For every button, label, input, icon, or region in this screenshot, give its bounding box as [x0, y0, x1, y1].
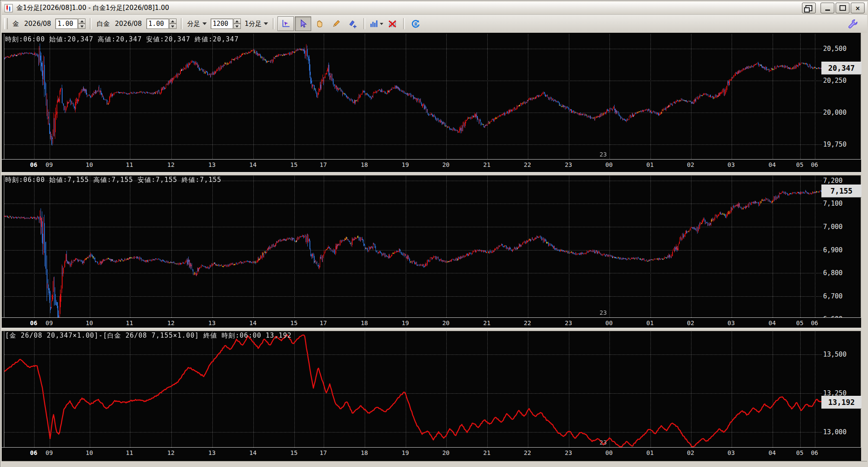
x-tick-label: 21: [483, 320, 491, 326]
up-arrow-icon: [171, 20, 174, 22]
bar-chart-icon: [369, 19, 379, 28]
y-tick-label: 20,500: [823, 45, 846, 53]
title-bar[interactable]: 金1分足[2026/08]1.00 - 白金1分足[2026/08]1.00 ×: [2, 2, 867, 15]
interval-dropdown[interactable]: 1分足: [245, 20, 268, 28]
pointer-tool-button[interactable]: [295, 16, 311, 31]
gold-candle-chart[interactable]: [4, 34, 822, 159]
maximize-button[interactable]: [836, 3, 849, 13]
platinum-chart-info: 時刻:06:00 始値:7,155 高値:7,155 安値:7,155 終値:7…: [5, 176, 221, 184]
gold-x-axis: 0609101112131415171819202122230001020304…: [2, 159, 861, 172]
close-button[interactable]: ×: [851, 3, 865, 13]
x-tick-label: 19: [402, 320, 409, 326]
pencil-tool-button[interactable]: [328, 17, 344, 31]
minimize-icon: [825, 9, 830, 11]
gold-contract-month: 2026/08: [24, 20, 51, 28]
x-tick-label: 18: [361, 449, 368, 456]
y-tick-label: 20,000: [823, 109, 846, 116]
down-arrow-icon: [235, 25, 239, 28]
x-tick-label: 04: [769, 449, 776, 456]
spin-up-button[interactable]: [169, 19, 177, 24]
cascade-icon: [805, 5, 812, 11]
spin-down-button[interactable]: [78, 24, 85, 29]
x-tick-label: 06: [30, 161, 38, 168]
spin-down-button[interactable]: [234, 24, 241, 29]
x-tick-label: 10: [85, 449, 93, 456]
settings-wrench-button[interactable]: [845, 17, 860, 31]
x-tick-label: 12: [167, 161, 175, 168]
spin-up-button[interactable]: [234, 19, 241, 24]
x-tick-label: 22: [524, 320, 531, 326]
x-tick-label: 22: [524, 449, 531, 456]
panel-divider[interactable]: [2, 172, 861, 176]
bar-chart-button[interactable]: [368, 17, 384, 31]
x-tick-label: 18: [361, 320, 368, 326]
x-tick-label: 02: [687, 320, 694, 326]
x-tick-label: 03: [727, 449, 735, 456]
spin-up-button[interactable]: [78, 19, 85, 24]
x-tick-label: 01: [647, 161, 654, 168]
x-tick-label: 05: [796, 320, 804, 326]
platinum-contract-month: 2026/08: [115, 20, 142, 28]
x-tick-label: 13: [208, 449, 216, 456]
platinum-multiplier-spinner[interactable]: 1.00: [146, 19, 177, 29]
up-arrow-icon: [235, 20, 239, 22]
pan-hand-button[interactable]: [312, 17, 328, 31]
date-marker: 23: [600, 439, 607, 446]
marker-move-icon: [348, 19, 357, 28]
bar-count-value[interactable]: 1200: [211, 19, 233, 29]
toolbar: 金 2026/08 1.00 白金 2026/08 1.00 分足 1200 1…: [2, 15, 867, 33]
x-tick-label: 02: [687, 161, 694, 168]
x-tick-label: 15: [290, 449, 298, 456]
period-type-dropdown[interactable]: 分足: [187, 20, 207, 28]
x-tick-label: 09: [45, 449, 53, 456]
interval-label: 1分足: [245, 20, 262, 28]
delete-chart-icon: [388, 19, 397, 28]
range-cursor-button[interactable]: [278, 16, 294, 31]
spread-line-chart[interactable]: [4, 330, 822, 447]
gold-multiplier-spinner[interactable]: 1.00: [55, 19, 85, 29]
close-icon: ×: [855, 5, 860, 11]
y-tick-label: 13,500: [823, 351, 846, 358]
toolbar-separator: [181, 18, 183, 29]
period-type-label: 分足: [187, 20, 200, 28]
window-title: 金1分足[2026/08]1.00 - 白金1分足[2026/08]1.00: [16, 4, 169, 12]
x-tick-label: 03: [727, 161, 735, 168]
platinum-candle-chart[interactable]: [4, 175, 822, 317]
minimize-button[interactable]: [821, 3, 834, 13]
maximize-icon: [840, 5, 846, 11]
toolbar-separator: [90, 18, 92, 29]
dropdown-arrow-icon: [264, 22, 268, 25]
spin-down-button[interactable]: [169, 24, 177, 29]
app-window: 金1分足[2026/08]1.00 - 白金1分足[2026/08]1.00 ×…: [0, 0, 868, 467]
marker-move-button[interactable]: [345, 17, 360, 31]
delete-chart-button[interactable]: [385, 17, 400, 31]
toolbar-grip[interactable]: [4, 18, 8, 29]
cascade-window-button[interactable]: [802, 3, 816, 13]
y-tick-label: 6,800: [823, 269, 843, 277]
x-tick-label: 01: [647, 449, 654, 456]
x-tick-label: 13: [208, 161, 216, 168]
x-tick-label: 17: [320, 449, 327, 456]
x-tick-label: 22: [524, 161, 531, 168]
spread-last-price-badge: 13,192: [821, 396, 862, 409]
platinum-multiplier-value[interactable]: 1.00: [146, 19, 169, 29]
x-tick-label: 05: [796, 161, 804, 168]
dropdown-arrow-icon: [202, 22, 207, 25]
x-tick-label: 14: [249, 161, 256, 168]
x-tick-label: 05: [796, 449, 804, 456]
x-tick-label: 23: [565, 161, 572, 168]
pointer-icon: [298, 19, 308, 28]
gold-multiplier-value[interactable]: 1.00: [55, 19, 78, 29]
toolbar-separator: [363, 18, 365, 29]
date-marker: 23: [600, 309, 607, 316]
x-tick-label: 21: [483, 161, 491, 168]
bar-count-spinner[interactable]: 1200: [211, 19, 241, 29]
refresh-icon: R: [411, 19, 420, 28]
refresh-button[interactable]: R: [408, 17, 423, 31]
x-tick-label: 17: [320, 320, 327, 326]
y-tick-label: 7,100: [823, 200, 843, 207]
y-tick-label: 19,750: [823, 141, 846, 148]
pencil-icon: [331, 19, 341, 28]
panel-divider[interactable]: [2, 328, 861, 331]
x-tick-label: 01: [647, 320, 654, 326]
